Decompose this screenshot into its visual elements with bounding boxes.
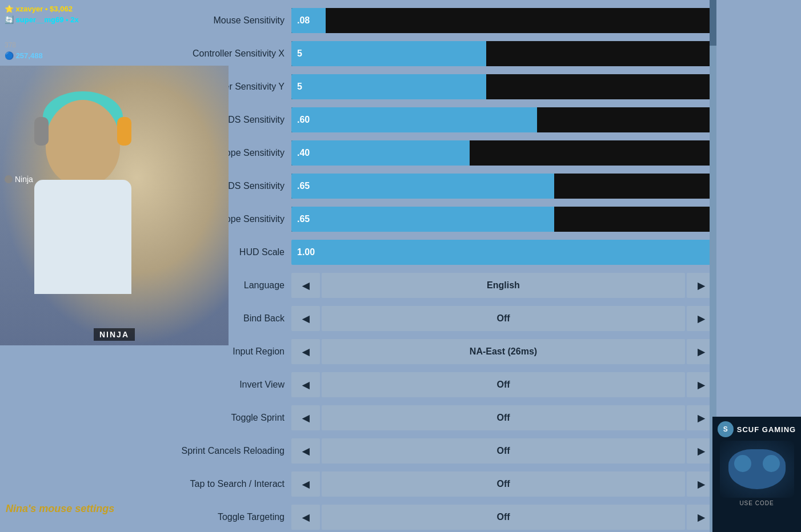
dropdown-left-arrow-9[interactable]: ◀ (291, 306, 320, 331)
dropdown-value-10: NA-East (26ms) (322, 339, 685, 364)
dropdown-left-arrow-13[interactable]: ◀ (291, 438, 320, 464)
scale-fill-7[interactable]: 1.00 (291, 240, 715, 265)
slider-container-1[interactable]: 5 (291, 41, 715, 66)
slider-empty-5 (554, 174, 715, 199)
slider-empty-3 (537, 107, 715, 132)
slider-empty-0 (326, 8, 715, 33)
dropdown-control-15: ◀ Off ▶ (291, 505, 715, 530)
slider-fill-2: 5 (291, 74, 486, 99)
dropdown-value-11: Off (322, 372, 685, 397)
follower-icon: 🔵 (5, 51, 14, 60)
slider-fill-5: .65 (291, 174, 554, 199)
person-head (46, 100, 120, 186)
slider-empty-2 (486, 74, 715, 99)
slider-empty-4 (470, 140, 715, 166)
dropdown-control-11: ◀ Off ▶ (291, 372, 715, 397)
ad-brand-name: SCUF GAMING (737, 425, 796, 434)
dropdown-value-13: Off (322, 438, 685, 464)
dropdown-left-arrow-15[interactable]: ◀ (291, 505, 320, 530)
ad-logo: S SCUF GAMING (718, 421, 796, 437)
slider-container-4[interactable]: .40 (291, 140, 715, 166)
dropdown-value-8: English (322, 273, 685, 298)
dropdown-value-12: Off (322, 405, 685, 430)
dropdown-left-arrow-14[interactable]: ◀ (291, 471, 320, 497)
ad-controller-image (720, 441, 794, 498)
slider-empty-6 (554, 207, 715, 232)
chat-username: ⭐ xzavyer • $3,062 (5, 5, 73, 13)
slider-fill-3: .60 (291, 107, 537, 132)
headphone-left (34, 117, 49, 146)
chat-username: 🔄 super__mg69 • 2x (5, 15, 79, 24)
person-body (34, 180, 131, 294)
stream-overlay: ⭐ xzavyer • $3,062 🔄 super__mg69 • 2x 37… (0, 0, 234, 532)
scrollbar-thumb[interactable] (710, 0, 716, 46)
ad-use-code: USE CODE (739, 500, 774, 506)
dropdown-control-14: ◀ Off ▶ (291, 471, 715, 497)
dropdown-control-10: ◀ NA-East (26ms) ▶ (291, 339, 715, 364)
dropdown-control-12: ◀ Off ▶ (291, 405, 715, 430)
dropdown-value-14: Off (322, 471, 685, 497)
slider-container-6[interactable]: .65 (291, 207, 715, 232)
controller-shape (728, 449, 786, 489)
slider-fill-6: .65 (291, 207, 554, 232)
bottom-promo-text: Nina's mouse settings (6, 503, 114, 515)
webcam-label: NINJA (94, 328, 135, 341)
dropdown-control-8: ◀ English ▶ (291, 273, 715, 298)
webcam: NINJA (0, 66, 229, 345)
slider-fill-1: 5 (291, 41, 486, 66)
chat-item: ⭐ xzavyer • $3,062 (5, 5, 121, 13)
chat-area: ⭐ xzavyer • $3,062 🔄 super__mg69 • 2x 37… (0, 0, 126, 31)
slider-fill-0: .08 (291, 8, 326, 33)
dropdown-left-arrow-10[interactable]: ◀ (291, 339, 320, 364)
streamer-name-label: Ninja (5, 175, 33, 184)
slider-container-2[interactable]: 5 (291, 74, 715, 99)
dropdown-left-arrow-8[interactable]: ◀ (291, 273, 320, 298)
viewer-count: 378 (5, 41, 16, 49)
dropdown-value-15: Off (322, 505, 685, 530)
headphone-right (117, 117, 131, 146)
follower-count: 🔵 257,488 (5, 51, 43, 60)
streamer-icon (5, 175, 13, 183)
dropdown-left-arrow-11[interactable]: ◀ (291, 372, 320, 397)
slider-empty-1 (486, 41, 715, 66)
dropdown-control-9: ◀ Off ▶ (291, 306, 715, 331)
dropdown-control-13: ◀ Off ▶ (291, 438, 715, 464)
chat-item: 🔄 super__mg69 • 2x (5, 15, 121, 24)
scuf-icon: S (718, 421, 734, 437)
slider-container-5[interactable]: .65 (291, 174, 715, 199)
ad-panel: S SCUF GAMING USE CODE (712, 417, 801, 532)
slider-fill-4: .40 (291, 140, 470, 166)
slider-container-3[interactable]: .60 (291, 107, 715, 132)
slider-container-0[interactable]: .08 (291, 8, 715, 33)
dropdown-value-9: Off (322, 306, 685, 331)
dropdown-left-arrow-12[interactable]: ◀ (291, 405, 320, 430)
